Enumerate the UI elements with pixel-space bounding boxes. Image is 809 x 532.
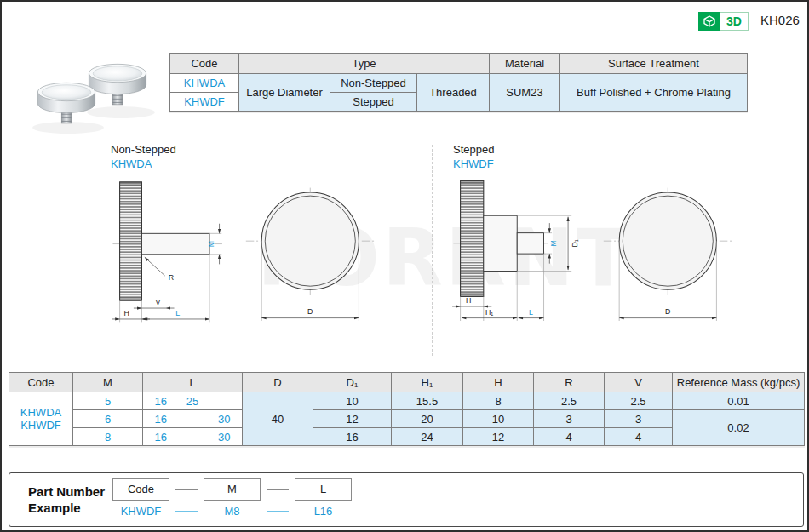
dim-l-label: L (175, 309, 180, 317)
type-table: Code Type Material Surface Treatment KHW… (169, 53, 748, 112)
spec-h: 8 (463, 392, 534, 410)
spec-mass-1: 0.01 (673, 392, 805, 410)
spec-d1: 10 (313, 392, 392, 410)
spec-v: 3 (605, 410, 673, 428)
spec-row-2: 6 16 30 12 20 10 3 3 0.02 (9, 410, 805, 428)
spec-l: 16 30 (145, 431, 240, 443)
pn-dash-blue-2 (267, 511, 289, 512)
spec-h1: 20 (392, 410, 463, 428)
type-th-surface: Surface Treatment (560, 54, 748, 74)
pn-example-code: KHWDF (121, 505, 162, 518)
spec-l2: 30 (209, 431, 240, 443)
spec-l: 16 30 (145, 413, 240, 426)
spec-code-khwda: KHWDA (11, 406, 71, 419)
part-number-title-line2: Example (28, 500, 118, 516)
spec-header-row: Code M L D D₁ H₁ H R V Reference Mass (k… (9, 373, 805, 392)
pn-box-m: M (204, 478, 261, 501)
spec-r: 2.5 (534, 392, 605, 410)
left-panel-label: Non-Stepped KHWDA (111, 142, 176, 171)
right-code-label: KHWDF (453, 157, 494, 171)
dim-m-label: M (549, 240, 558, 246)
part-number-title: Part Number Example (28, 483, 118, 516)
pn-dash-1 (175, 489, 198, 490)
pn-dash-blue-1 (175, 511, 198, 512)
spec-l1: 16 (145, 431, 176, 443)
type-main: Large Diameter (239, 74, 330, 112)
spec-v: 2.5 (605, 392, 673, 410)
drawing-stepped-front: D (598, 176, 738, 329)
part-number-grid: Code M L KHWDF M8 L16 (112, 478, 352, 522)
spec-h1: 15.5 (392, 392, 463, 410)
spec-table: Code M L D D₁ H₁ H R V Reference Mass (k… (9, 372, 805, 446)
threaded-stud (517, 233, 543, 254)
spec-d1: 12 (313, 410, 392, 428)
type-code-khwdf: KHWDF (170, 93, 239, 112)
type-th-material: Material (490, 54, 560, 74)
spec-th-code: Code (9, 373, 73, 392)
drawing-nonstepped-front: D (240, 176, 381, 329)
spec-v: 4 (605, 428, 673, 446)
type-th-code: Code (170, 54, 239, 74)
spec-row-1: KHWDA KHWDF 5 16 25 40 10 15.5 8 2.5 2.5… (9, 392, 805, 410)
3d-badge[interactable]: 3D (698, 12, 749, 31)
spec-l1: 16 (145, 395, 176, 408)
part-number-title-line1: Part Number (28, 483, 118, 500)
spec-th-mass: Reference Mass (kg/pcs) (673, 373, 805, 392)
knurled-head (461, 180, 484, 296)
dim-h-label: H (466, 296, 471, 305)
pn-example-m: M8 (224, 505, 239, 518)
knurled-head (120, 182, 142, 300)
dim-d-label: D (307, 307, 313, 316)
panel-divider (432, 145, 433, 356)
spec-r: 4 (534, 428, 605, 446)
dim-r-label: R (169, 273, 174, 282)
right-panel-label: Stepped KHWDF (453, 142, 494, 171)
right-type-label: Stepped (453, 142, 494, 157)
spec-code-cell: KHWDA KHWDF (9, 392, 73, 446)
spec-d1: 16 (313, 428, 392, 446)
dim-d-label: D (665, 307, 670, 316)
type-non-stepped: Non-Stepped (330, 74, 417, 93)
dim-h-label: H (124, 309, 129, 317)
product-knob-front (37, 83, 95, 123)
threaded-shaft (141, 233, 209, 254)
spec-th-h: H (463, 373, 534, 392)
head-outline (619, 192, 716, 289)
left-code-label: KHWDA (111, 157, 176, 171)
cube-3d-icon (698, 12, 720, 31)
type-material: SUM23 (490, 74, 560, 112)
pn-box-code: Code (112, 478, 169, 501)
pn-example-l: L16 (314, 505, 333, 518)
dim-d1-label: D₁ (571, 239, 579, 247)
dim-h1-label: H₁ (485, 308, 493, 317)
product-knob-back (89, 64, 146, 105)
type-row-khwda: KHWDA Large Diameter Non-Stepped Threade… (170, 74, 748, 93)
spec-th-d: D (243, 373, 313, 392)
spec-l: 16 25 (145, 395, 240, 408)
type-code-khwda: KHWDA (170, 74, 239, 93)
dim-v-label: V (156, 298, 161, 306)
pn-box-l: L (295, 478, 352, 501)
spec-mass-23: 0.02 (673, 410, 805, 446)
spec-m: 8 (73, 428, 143, 446)
spec-th-v: V (605, 373, 673, 392)
type-th-type: Type (239, 54, 490, 74)
spec-m: 5 (73, 392, 143, 410)
product-photo (20, 39, 165, 134)
page-code: KH026 (760, 13, 800, 27)
spec-r: 3 (534, 410, 605, 428)
spec-l1: 16 (145, 413, 176, 426)
type-stepped: Stepped (330, 93, 417, 112)
spec-th-l: L (143, 373, 243, 392)
spec-d: 40 (243, 392, 313, 446)
left-type-label: Non-Stepped (111, 142, 176, 157)
spec-th-m: M (73, 373, 143, 392)
spec-m: 6 (73, 410, 143, 428)
type-surface: Buff Polished + Chrome Plating (560, 74, 748, 112)
dim-m-label: M (207, 241, 215, 247)
step-boss (484, 215, 517, 271)
type-threaded: Threaded (417, 74, 490, 112)
spec-th-r: R (534, 373, 605, 392)
part-number-example-box: Part Number Example Code M L KHWDF M8 L1… (9, 472, 804, 527)
spec-th-d1: D₁ (313, 373, 392, 392)
